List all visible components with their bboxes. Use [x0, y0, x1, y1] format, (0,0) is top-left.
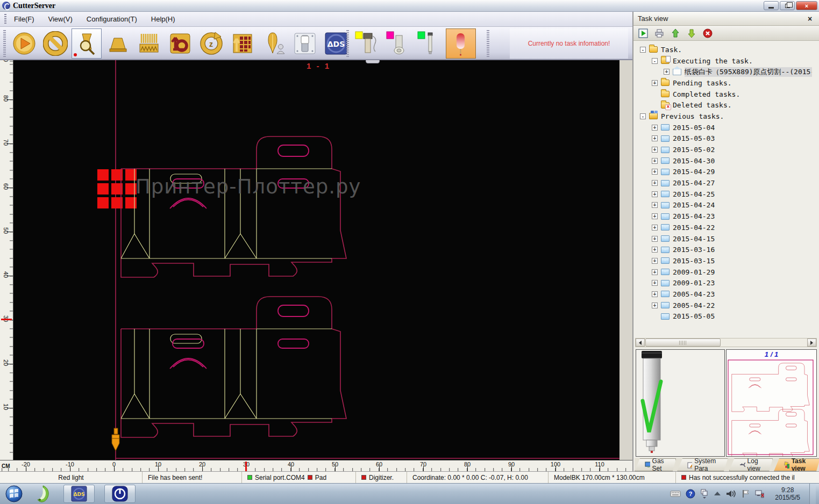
expand-toggle[interactable]: +: [652, 147, 658, 153]
expand-toggle[interactable]: +: [652, 80, 658, 86]
menu-file[interactable]: File(F): [14, 15, 34, 23]
tree-item-executing[interactable]: -Executing the task.: [635, 55, 812, 67]
tree-item-date[interactable]: +2015-05-02: [635, 144, 812, 155]
tree-item-date[interactable]: +2009-01-23: [635, 277, 812, 289]
taskbar-clock[interactable]: 9:28 2015/5/5: [771, 486, 804, 501]
pen-tool-icon[interactable]: [352, 28, 382, 59]
move-up-icon[interactable]: [669, 27, 682, 39]
print-icon[interactable]: [653, 27, 666, 39]
cutterserver-app-icon[interactable]: [104, 485, 136, 503]
tree-item-date[interactable]: +2009-01-29: [635, 267, 812, 278]
tree-item-date[interactable]: +2015-04-22: [635, 222, 812, 233]
expand-toggle[interactable]: -: [640, 113, 646, 119]
menu-configuration[interactable]: Configuration(T): [87, 15, 137, 23]
expand-toggle[interactable]: +: [664, 69, 670, 75]
toolbar-drag-handle[interactable]: [487, 30, 489, 57]
expand-toggle[interactable]: +: [652, 225, 658, 231]
tree-item-date[interactable]: +2015-04-23: [635, 211, 812, 222]
tree-item-pending[interactable]: +Pending tasks.: [635, 77, 812, 89]
tree-item-date[interactable]: +2015-04-25: [635, 189, 812, 200]
toolbar-drag-handle[interactable]: [346, 30, 349, 57]
tree-item-date[interactable]: +2005-04-23: [635, 289, 812, 300]
power-switch-icon[interactable]: [290, 28, 320, 59]
expand-toggle[interactable]: +: [652, 258, 658, 264]
keyboard-icon[interactable]: [670, 490, 681, 498]
network-error-icon[interactable]: x: [755, 489, 766, 499]
expand-toggle[interactable]: +: [652, 191, 658, 197]
delete-task-icon[interactable]: [701, 27, 714, 39]
tree-item-date[interactable]: +2015-04-30: [635, 155, 812, 167]
expand-toggle[interactable]: +: [652, 236, 658, 242]
expand-toggle[interactable]: +: [652, 125, 658, 131]
help-icon[interactable]: ?: [686, 489, 695, 499]
tree-item-date[interactable]: +2015-04-27: [635, 177, 812, 189]
expand-toggle[interactable]: +: [652, 180, 658, 186]
tree-item-date[interactable]: +2015-04-24: [635, 200, 812, 211]
thin-pen-tool-icon[interactable]: [415, 28, 445, 59]
prohibit-icon[interactable]: [40, 28, 70, 59]
tree-horizontal-scrollbar[interactable]: [635, 338, 817, 347]
tree-item-date[interactable]: +2015-03-15: [635, 255, 812, 267]
drawing-canvas[interactable]: 1 - 1 Принтер-Плоттер.ру: [13, 60, 619, 460]
tree-item-current-job[interactable]: +纸袋白卡（595X889)原点切割--(2015-: [635, 66, 812, 77]
expand-toggle[interactable]: -: [652, 58, 658, 64]
panel-close-icon[interactable]: ×: [805, 15, 815, 23]
tree-item-date[interactable]: +2015-04-15: [635, 233, 812, 244]
tree-item-date[interactable]: +2015-03-16: [635, 244, 812, 255]
roller-icon[interactable]: [103, 28, 133, 59]
plumb-icon[interactable]: [259, 28, 289, 59]
tab-task-view[interactable]: Task view: [774, 458, 819, 471]
tree-item-deleted[interactable]: Deleted tasks.: [635, 99, 812, 111]
expand-toggle[interactable]: -: [640, 47, 646, 53]
tree-item-date[interactable]: +2015-04-29: [635, 167, 812, 178]
start-task-icon[interactable]: [637, 27, 650, 39]
toolbar-drag-handle[interactable]: [3, 30, 6, 57]
expand-toggle[interactable]: +: [652, 213, 658, 219]
grid-fill-icon[interactable]: [227, 28, 258, 59]
move-down-icon[interactable]: [685, 27, 698, 39]
menu-view[interactable]: View(V): [48, 15, 73, 23]
expand-toggle[interactable]: +: [652, 247, 658, 253]
minimize-button[interactable]: [764, 1, 779, 10]
scroll-right-icon[interactable]: [807, 339, 816, 347]
expand-toggle[interactable]: +: [652, 303, 658, 308]
expand-toggle[interactable]: +: [652, 202, 658, 208]
tab-gas-set[interactable]: Gas Set: [635, 458, 676, 471]
expand-toggle[interactable]: +: [652, 269, 658, 275]
scroll-left-icon[interactable]: [636, 339, 645, 347]
laser-tool-icon[interactable]: [446, 28, 476, 59]
tree-item-date[interactable]: +2015-05-03: [635, 133, 812, 145]
menu-help[interactable]: Help(H): [151, 15, 175, 23]
flag-icon[interactable]: [742, 489, 750, 498]
expand-toggle[interactable]: +: [652, 280, 658, 286]
tab-log-view[interactable]: Log view: [729, 458, 773, 471]
expand-toggle[interactable]: +: [652, 169, 658, 175]
splitter-handle[interactable]: [366, 60, 380, 63]
comb-icon[interactable]: [134, 28, 164, 59]
expand-toggle[interactable]: +: [652, 291, 658, 297]
scrollbar-thumb[interactable]: [645, 339, 721, 347]
cylinder-tool-icon[interactable]: [383, 28, 414, 59]
restore-button[interactable]: [780, 1, 795, 10]
tree-item-task[interactable]: -Task.: [635, 44, 812, 55]
start-orb-icon[interactable]: [5, 485, 23, 502]
tree-item-previous[interactable]: -Previous tasks.: [635, 111, 812, 122]
tree-item-date[interactable]: 2015-05-05: [635, 311, 812, 322]
volume-icon[interactable]: [726, 489, 737, 498]
tree-item-date[interactable]: +2015-05-04: [635, 122, 812, 133]
coreldraw-icon[interactable]: [32, 485, 54, 503]
input-indicator-icon[interactable]: [700, 489, 709, 499]
tree-item-completed[interactable]: Completed tasks.: [635, 89, 812, 100]
expand-toggle[interactable]: +: [652, 158, 658, 164]
zoom-icon[interactable]: [72, 28, 102, 59]
play-icon[interactable]: [9, 28, 39, 59]
tab-system-para[interactable]: System Para: [677, 458, 728, 471]
show-hidden-icons[interactable]: [714, 491, 721, 496]
ads-app-icon[interactable]: ΔDS: [63, 485, 95, 503]
show-desktop-button[interactable]: [809, 484, 816, 504]
rotate-z-icon[interactable]: z: [196, 28, 226, 59]
tree-item-date[interactable]: +2005-04-22: [635, 300, 812, 311]
close-button[interactable]: ×: [796, 1, 817, 10]
menu-drag-handle[interactable]: [4, 14, 6, 25]
expand-toggle[interactable]: +: [652, 135, 658, 141]
